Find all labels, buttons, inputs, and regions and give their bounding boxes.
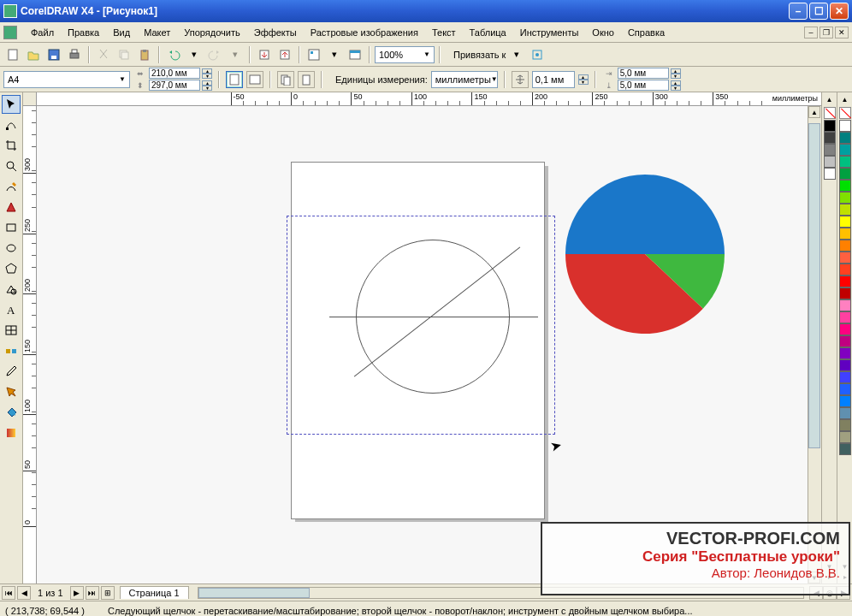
color-swatch[interactable]	[839, 299, 851, 311]
open-button[interactable]	[24, 45, 43, 64]
vertical-scrollbar[interactable]: ▲ ▼	[808, 106, 821, 583]
palette-no-color[interactable]	[824, 107, 836, 119]
apply-current-page-button[interactable]	[298, 71, 315, 88]
duplicate-x-input[interactable]: 5,0 мм	[618, 68, 669, 79]
zoom-tool[interactable]	[2, 157, 21, 175]
color-swatch[interactable]	[839, 323, 851, 335]
menu-effects[interactable]: Эффекты	[247, 25, 304, 40]
color-swatch[interactable]	[839, 395, 851, 407]
menu-text[interactable]: Текст	[425, 25, 463, 40]
horizontal-scroll-thumb[interactable]	[198, 588, 310, 598]
menu-bitmaps[interactable]: Растровые изображения	[304, 25, 425, 40]
color-swatch[interactable]	[839, 383, 851, 395]
dupy-spin-down[interactable]: ▾	[671, 86, 681, 91]
color-swatch[interactable]	[839, 240, 851, 252]
menu-edit[interactable]: Правка	[61, 25, 106, 40]
color-swatch[interactable]	[839, 311, 851, 323]
duplicate-y-input[interactable]: 5,0 мм	[618, 80, 669, 91]
interactive-fill-tool[interactable]	[2, 424, 21, 442]
menu-help[interactable]: Справка	[621, 25, 672, 40]
interactive-tool[interactable]	[2, 341, 21, 360]
menu-tools[interactable]: Инструменты	[513, 25, 586, 40]
window-maximize-button[interactable]: ☐	[809, 3, 828, 20]
color-swatch[interactable]	[839, 264, 851, 275]
undo-dropdown[interactable]: ▾	[185, 45, 204, 64]
palette2-scroll-up[interactable]: ▲	[842, 96, 849, 106]
menu-arrange[interactable]: Упорядочить	[177, 25, 246, 40]
paste-button[interactable]	[135, 45, 154, 64]
polygon-tool[interactable]	[2, 259, 21, 278]
menu-window[interactable]: Окно	[585, 25, 621, 40]
color-swatch[interactable]	[839, 431, 851, 443]
menu-table[interactable]: Таблица	[463, 25, 513, 40]
color-swatch[interactable]	[839, 228, 851, 240]
outline-tool[interactable]	[2, 382, 21, 401]
color-swatch[interactable]	[839, 347, 851, 359]
color-swatch[interactable]	[839, 407, 851, 419]
height-spin-down[interactable]: ▾	[202, 86, 212, 91]
orientation-portrait-button[interactable]	[226, 71, 243, 88]
text-tool[interactable]: A	[2, 300, 21, 319]
color-swatch[interactable]	[839, 132, 851, 144]
window-close-button[interactable]: ✕	[830, 3, 849, 20]
color-swatch[interactable]	[824, 132, 836, 144]
snap-to-dropdown[interactable]: ▾	[507, 45, 526, 64]
ruler-vertical[interactable]: 050100150200250300	[23, 106, 37, 583]
mdi-restore-button[interactable]: ❐	[819, 27, 833, 38]
menu-file[interactable]: Файл	[24, 25, 61, 40]
units-select[interactable]: миллиметры▼	[431, 71, 498, 88]
color-swatch[interactable]	[839, 371, 851, 383]
nudge-spin-down[interactable]: ▾	[578, 80, 589, 85]
ruler-origin[interactable]	[23, 92, 37, 106]
ruler-horizontal[interactable]: миллиметры -50050100150200250300350	[37, 92, 821, 106]
page-height-input[interactable]: 297,0 мм	[149, 80, 200, 91]
vertical-scroll-thumb[interactable]	[808, 123, 820, 448]
next-page-button[interactable]: ▶	[70, 586, 84, 600]
cut-button[interactable]	[94, 45, 113, 64]
color-swatch[interactable]	[839, 144, 851, 156]
basic-shapes-tool[interactable]	[2, 280, 21, 299]
color-swatch[interactable]	[824, 144, 836, 156]
color-swatch[interactable]	[839, 252, 851, 264]
menu-view[interactable]: Вид	[106, 25, 137, 40]
color-swatch[interactable]	[839, 180, 851, 192]
app-launcher-dropdown[interactable]: ▾	[325, 45, 344, 64]
color-swatch[interactable]	[839, 216, 851, 228]
color-swatch[interactable]	[824, 156, 836, 168]
color-swatch[interactable]	[839, 156, 851, 168]
color-swatch[interactable]	[839, 335, 851, 347]
drawing-object-line-horizontal[interactable]	[329, 317, 538, 317]
import-button[interactable]	[255, 45, 274, 64]
palette2-no-color[interactable]	[839, 107, 851, 119]
welcome-screen-button[interactable]	[346, 45, 364, 64]
canvas-area[interactable]: миллиметры -50050100150200250300350 0501…	[23, 92, 821, 583]
export-button[interactable]	[275, 45, 294, 64]
scroll-up-button[interactable]: ▲	[808, 106, 820, 118]
pick-tool[interactable]	[2, 95, 21, 114]
menu-layout[interactable]: Макет	[137, 25, 177, 40]
color-swatch[interactable]	[839, 419, 851, 431]
options-button[interactable]	[528, 45, 547, 64]
color-swatch[interactable]	[839, 168, 851, 180]
app-launcher-button[interactable]	[305, 45, 323, 64]
color-swatch[interactable]	[839, 192, 851, 204]
color-swatch[interactable]	[824, 168, 836, 180]
page-size-select[interactable]: A4▼	[3, 71, 130, 88]
redo-dropdown[interactable]: ▾	[226, 45, 245, 64]
page-tab[interactable]: Страница 1	[120, 586, 189, 599]
page-width-input[interactable]: 210,0 мм	[149, 68, 200, 79]
shape-tool[interactable]	[2, 116, 21, 134]
copy-button[interactable]	[115, 45, 133, 64]
rectangle-tool[interactable]	[2, 218, 21, 237]
dupx-spin-down[interactable]: ▾	[671, 74, 681, 79]
palette-scroll-up[interactable]: ▲	[826, 96, 833, 106]
save-button[interactable]	[44, 45, 63, 64]
width-spin-down[interactable]: ▾	[202, 74, 212, 79]
color-swatch[interactable]	[839, 120, 851, 132]
color-swatch[interactable]	[839, 287, 851, 299]
freehand-tool[interactable]	[2, 177, 21, 196]
mdi-close-button[interactable]: ✕	[835, 27, 849, 38]
first-page-button[interactable]: ⏮	[2, 586, 15, 600]
fill-tool[interactable]	[2, 403, 21, 422]
color-swatch[interactable]	[839, 359, 851, 371]
